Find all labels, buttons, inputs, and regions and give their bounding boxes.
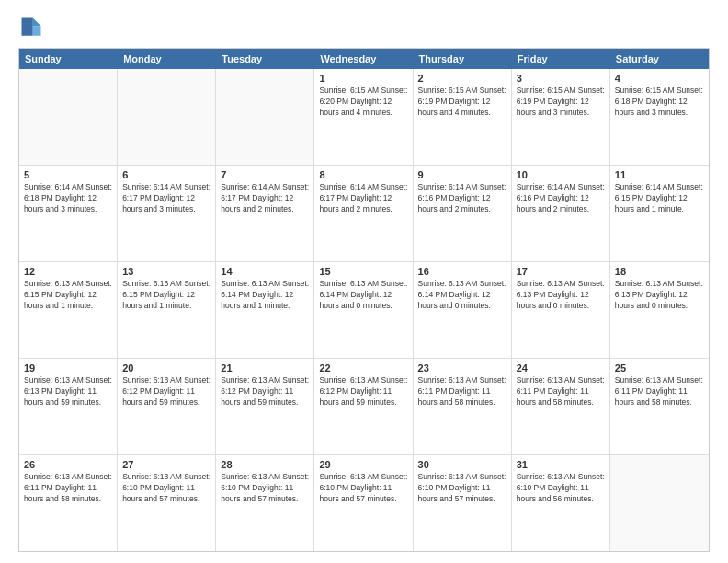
- cell-info: Sunrise: 6:13 AM Sunset: 6:11 PM Dayligh…: [418, 375, 506, 408]
- cell-info: Sunrise: 6:13 AM Sunset: 6:15 PM Dayligh…: [122, 279, 210, 312]
- day-number: 7: [221, 169, 309, 180]
- calendar-cell-12: 12Sunrise: 6:13 AM Sunset: 6:15 PM Dayli…: [19, 262, 118, 358]
- svg-rect-2: [22, 18, 33, 36]
- cell-info: Sunrise: 6:14 AM Sunset: 6:17 PM Dayligh…: [221, 182, 309, 215]
- calendar-cell-25: 25Sunrise: 6:13 AM Sunset: 6:11 PM Dayli…: [610, 359, 709, 454]
- cell-info: Sunrise: 6:13 AM Sunset: 6:13 PM Dayligh…: [24, 375, 112, 408]
- cell-info: Sunrise: 6:13 AM Sunset: 6:12 PM Dayligh…: [319, 375, 407, 408]
- day-number: 8: [319, 169, 407, 180]
- cell-info: Sunrise: 6:13 AM Sunset: 6:14 PM Dayligh…: [319, 279, 407, 312]
- calendar-cell-18: 18Sunrise: 6:13 AM Sunset: 6:13 PM Dayli…: [610, 262, 709, 358]
- header-day-friday: Friday: [512, 49, 610, 69]
- day-number: 25: [615, 362, 704, 373]
- calendar-cell-20: 20Sunrise: 6:13 AM Sunset: 6:12 PM Dayli…: [118, 359, 216, 454]
- calendar-cell-10: 10Sunrise: 6:14 AM Sunset: 6:16 PM Dayli…: [512, 166, 610, 261]
- calendar-cell-empty: [19, 69, 118, 165]
- calendar-cell-2: 2Sunrise: 6:15 AM Sunset: 6:19 PM Daylig…: [414, 69, 512, 165]
- cell-info: Sunrise: 6:14 AM Sunset: 6:15 PM Dayligh…: [615, 182, 704, 215]
- cell-info: Sunrise: 6:13 AM Sunset: 6:11 PM Dayligh…: [517, 375, 605, 408]
- calendar-cell-24: 24Sunrise: 6:13 AM Sunset: 6:11 PM Dayli…: [512, 359, 610, 454]
- day-number: 23: [418, 362, 506, 373]
- day-number: 16: [418, 266, 506, 277]
- day-number: 13: [122, 266, 210, 277]
- calendar-cell-28: 28Sunrise: 6:13 AM Sunset: 6:10 PM Dayli…: [216, 455, 314, 551]
- calendar-cell-16: 16Sunrise: 6:13 AM Sunset: 6:14 PM Dayli…: [414, 262, 512, 358]
- cell-info: Sunrise: 6:15 AM Sunset: 6:19 PM Dayligh…: [517, 86, 605, 119]
- calendar-header: SundayMondayTuesdayWednesdayThursdayFrid…: [19, 49, 709, 69]
- calendar-cell-22: 22Sunrise: 6:13 AM Sunset: 6:12 PM Dayli…: [314, 359, 413, 454]
- day-number: 26: [24, 459, 112, 470]
- day-number: 28: [221, 459, 309, 470]
- calendar-row-4: 26Sunrise: 6:13 AM Sunset: 6:11 PM Dayli…: [19, 455, 709, 551]
- calendar-cell-1: 1Sunrise: 6:15 AM Sunset: 6:20 PM Daylig…: [314, 69, 413, 165]
- calendar-row-2: 12Sunrise: 6:13 AM Sunset: 6:15 PM Dayli…: [19, 262, 709, 359]
- cell-info: Sunrise: 6:13 AM Sunset: 6:13 PM Dayligh…: [517, 279, 605, 312]
- calendar-cell-8: 8Sunrise: 6:14 AM Sunset: 6:17 PM Daylig…: [314, 166, 413, 261]
- calendar-cell-23: 23Sunrise: 6:13 AM Sunset: 6:11 PM Dayli…: [414, 359, 512, 454]
- calendar-cell-21: 21Sunrise: 6:13 AM Sunset: 6:12 PM Dayli…: [216, 359, 314, 454]
- cell-info: Sunrise: 6:13 AM Sunset: 6:10 PM Dayligh…: [122, 472, 210, 505]
- day-number: 1: [319, 73, 407, 84]
- header-day-wednesday: Wednesday: [314, 49, 413, 69]
- header-day-monday: Monday: [118, 49, 216, 69]
- day-number: 18: [615, 266, 704, 277]
- day-number: 20: [122, 362, 210, 373]
- day-number: 9: [418, 169, 506, 180]
- calendar-cell-29: 29Sunrise: 6:13 AM Sunset: 6:10 PM Dayli…: [314, 455, 413, 551]
- cell-info: Sunrise: 6:13 AM Sunset: 6:13 PM Dayligh…: [615, 279, 704, 312]
- calendar-cell-26: 26Sunrise: 6:13 AM Sunset: 6:11 PM Dayli…: [19, 455, 118, 551]
- cell-info: Sunrise: 6:14 AM Sunset: 6:17 PM Dayligh…: [319, 182, 407, 215]
- day-number: 4: [615, 73, 704, 84]
- day-number: 31: [517, 459, 605, 470]
- calendar: SundayMondayTuesdayWednesdayThursdayFrid…: [18, 48, 710, 552]
- day-number: 30: [418, 459, 506, 470]
- cell-info: Sunrise: 6:13 AM Sunset: 6:14 PM Dayligh…: [418, 279, 506, 312]
- calendar-cell-6: 6Sunrise: 6:14 AM Sunset: 6:17 PM Daylig…: [118, 166, 216, 261]
- cell-info: Sunrise: 6:13 AM Sunset: 6:12 PM Dayligh…: [122, 375, 210, 408]
- calendar-cell-30: 30Sunrise: 6:13 AM Sunset: 6:10 PM Dayli…: [414, 455, 512, 551]
- day-number: 10: [517, 169, 605, 180]
- cell-info: Sunrise: 6:13 AM Sunset: 6:11 PM Dayligh…: [24, 472, 112, 505]
- header-day-saturday: Saturday: [610, 49, 709, 69]
- calendar-cell-9: 9Sunrise: 6:14 AM Sunset: 6:16 PM Daylig…: [414, 166, 512, 261]
- cell-info: Sunrise: 6:13 AM Sunset: 6:10 PM Dayligh…: [517, 472, 605, 505]
- cell-info: Sunrise: 6:14 AM Sunset: 6:16 PM Dayligh…: [418, 182, 506, 215]
- cell-info: Sunrise: 6:13 AM Sunset: 6:15 PM Dayligh…: [24, 279, 112, 312]
- calendar-cell-19: 19Sunrise: 6:13 AM Sunset: 6:13 PM Dayli…: [19, 359, 118, 454]
- svg-marker-3: [33, 26, 41, 36]
- cell-info: Sunrise: 6:15 AM Sunset: 6:18 PM Dayligh…: [615, 86, 704, 119]
- cell-info: Sunrise: 6:13 AM Sunset: 6:11 PM Dayligh…: [615, 375, 704, 408]
- calendar-row-3: 19Sunrise: 6:13 AM Sunset: 6:13 PM Dayli…: [19, 359, 709, 455]
- cell-info: Sunrise: 6:15 AM Sunset: 6:19 PM Dayligh…: [418, 86, 506, 119]
- calendar-cell-5: 5Sunrise: 6:14 AM Sunset: 6:18 PM Daylig…: [19, 166, 118, 261]
- day-number: 21: [221, 362, 309, 373]
- calendar-cell-7: 7Sunrise: 6:14 AM Sunset: 6:17 PM Daylig…: [216, 166, 314, 261]
- day-number: 12: [24, 266, 112, 277]
- header-day-thursday: Thursday: [414, 49, 512, 69]
- header: [18, 15, 710, 40]
- cell-info: Sunrise: 6:14 AM Sunset: 6:16 PM Dayligh…: [517, 182, 605, 215]
- cell-info: Sunrise: 6:13 AM Sunset: 6:10 PM Dayligh…: [221, 472, 309, 505]
- cell-info: Sunrise: 6:13 AM Sunset: 6:10 PM Dayligh…: [319, 472, 407, 505]
- day-number: 5: [24, 169, 112, 180]
- calendar-cell-27: 27Sunrise: 6:13 AM Sunset: 6:10 PM Dayli…: [118, 455, 216, 551]
- day-number: 15: [319, 266, 407, 277]
- day-number: 29: [319, 459, 407, 470]
- cell-info: Sunrise: 6:15 AM Sunset: 6:20 PM Dayligh…: [319, 86, 407, 119]
- cell-info: Sunrise: 6:14 AM Sunset: 6:18 PM Dayligh…: [24, 182, 112, 215]
- logo: [18, 15, 48, 40]
- cell-info: Sunrise: 6:13 AM Sunset: 6:12 PM Dayligh…: [221, 375, 309, 408]
- page: SundayMondayTuesdayWednesdayThursdayFrid…: [0, 0, 728, 563]
- header-day-sunday: Sunday: [19, 49, 118, 69]
- cell-info: Sunrise: 6:14 AM Sunset: 6:17 PM Dayligh…: [122, 182, 210, 215]
- calendar-cell-14: 14Sunrise: 6:13 AM Sunset: 6:14 PM Dayli…: [216, 262, 314, 358]
- calendar-cell-17: 17Sunrise: 6:13 AM Sunset: 6:13 PM Dayli…: [512, 262, 610, 358]
- calendar-cell-empty: [610, 455, 709, 551]
- calendar-cell-11: 11Sunrise: 6:14 AM Sunset: 6:15 PM Dayli…: [610, 166, 709, 261]
- calendar-cell-31: 31Sunrise: 6:13 AM Sunset: 6:10 PM Dayli…: [512, 455, 610, 551]
- day-number: 22: [319, 362, 407, 373]
- day-number: 11: [615, 169, 704, 180]
- day-number: 6: [122, 169, 210, 180]
- calendar-cell-13: 13Sunrise: 6:13 AM Sunset: 6:15 PM Dayli…: [118, 262, 216, 358]
- calendar-cell-3: 3Sunrise: 6:15 AM Sunset: 6:19 PM Daylig…: [512, 69, 610, 165]
